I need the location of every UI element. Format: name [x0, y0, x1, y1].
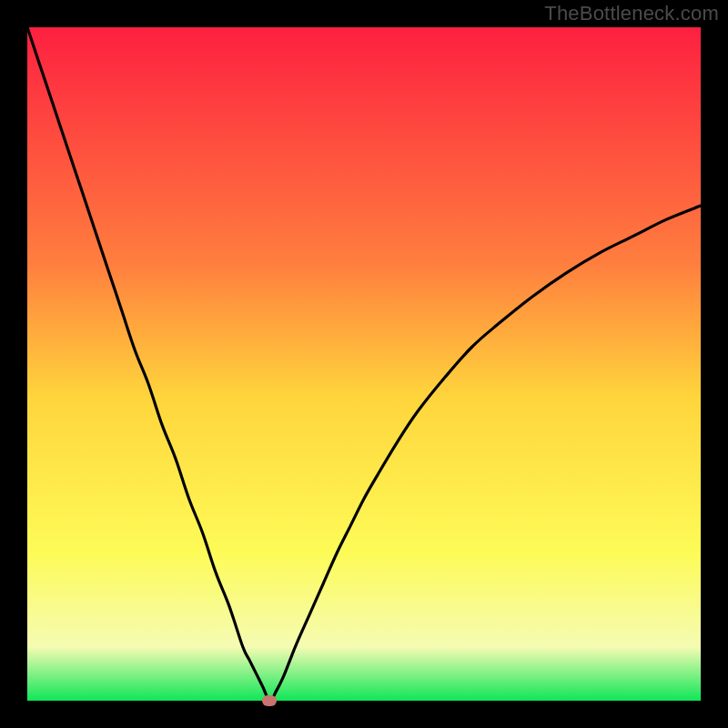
plot-area	[27, 27, 701, 701]
gradient-background	[27, 27, 701, 701]
attribution-text: TheBottleneck.com	[544, 2, 719, 25]
minimum-marker	[262, 695, 277, 706]
chart-container: TheBottleneck.com	[0, 0, 728, 728]
chart-svg	[27, 27, 701, 701]
